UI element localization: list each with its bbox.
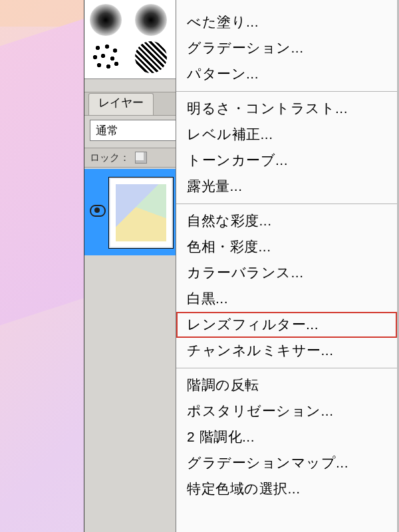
lock-transparency-icon[interactable] (135, 152, 147, 164)
menu-item-vibrance[interactable]: 自然な彩度... (176, 208, 397, 234)
menu-item-curves[interactable]: トーンカーブ... (176, 148, 397, 174)
menu-item-posterize[interactable]: ポスタリゼーション... (176, 398, 397, 424)
brush-preset-hatch[interactable] (135, 41, 167, 73)
menu-item-selective-color[interactable]: 特定色域の選択... (176, 476, 397, 502)
menu-item-exposure[interactable]: 露光量... (176, 174, 397, 200)
layer-thumbnail-image (116, 184, 166, 241)
menu-item-invert[interactable]: 階調の反転 (176, 372, 397, 398)
visibility-eye-icon[interactable] (90, 205, 106, 217)
menu-item-channel-mixer[interactable]: チャンネルミキサー... (176, 338, 397, 364)
blend-mode-select[interactable]: 通常 (90, 120, 182, 141)
menu-item-gradient[interactable]: グラデーション... (176, 35, 397, 61)
lock-label: ロック： (90, 152, 130, 164)
blend-mode-value: 通常 (96, 123, 118, 138)
adjustment-layer-menu: べた塗り...グラデーション...パターン...明るさ・コントラスト...レベル… (176, 0, 397, 532)
brush-preset-soft[interactable] (90, 4, 122, 36)
menu-item-black-white[interactable]: 白黒... (176, 286, 397, 312)
menu-item-photo-filter[interactable]: レンズフィルター... (176, 312, 397, 338)
menu-item-pattern[interactable]: パターン... (176, 61, 397, 87)
menu-item-solid-color[interactable]: べた塗り... (176, 9, 397, 35)
brush-preset-soft-2[interactable] (135, 4, 167, 36)
menu-item-gradient-map[interactable]: グラデーションマップ... (176, 450, 397, 476)
menu-item-brightness-contrast[interactable]: 明るさ・コントラスト... (176, 96, 397, 122)
menu-item-hue-saturation[interactable]: 色相・彩度... (176, 234, 397, 260)
tab-layers[interactable]: レイヤー (88, 93, 154, 115)
menu-item-threshold[interactable]: 2 階調化... (176, 424, 397, 450)
menu-item-color-balance[interactable]: カラーバランス... (176, 260, 397, 286)
layer-thumbnail[interactable] (108, 177, 174, 249)
brush-preset-spatter[interactable] (90, 41, 122, 73)
menu-item-levels[interactable]: レベル補正... (176, 122, 397, 148)
